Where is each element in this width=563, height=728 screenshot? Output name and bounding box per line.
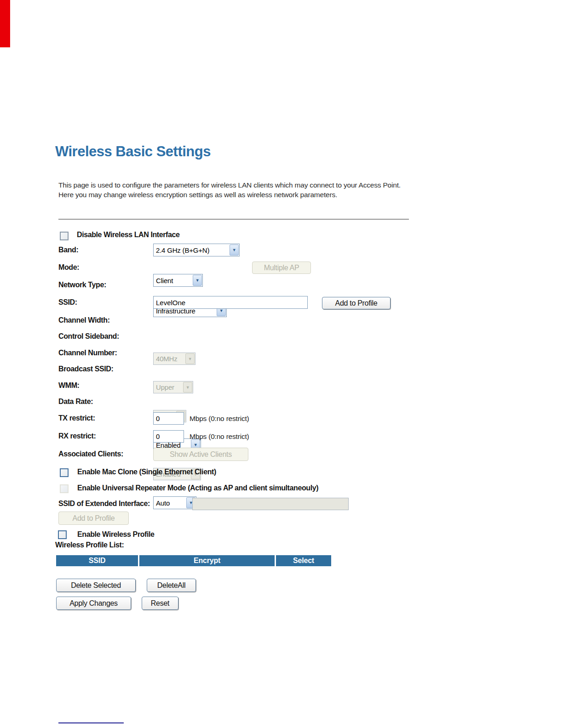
wmm-label: WMM: [58,381,80,390]
data-rate-select[interactable]: Auto ▼ [153,496,196,509]
footer-link-underline [58,722,124,723]
control-sideband-label: Control Sideband: [58,332,119,341]
chevron-down-icon: ▼ [185,353,195,364]
rx-restrict-label: RX restrict: [58,432,96,440]
column-header-encrypt: Encrypt [139,555,275,566]
universal-repeater-label: Enable Universal Repeater Mode (Acting a… [77,484,318,492]
chevron-down-icon: ▼ [183,382,192,392]
multiple-ap-button: Multiple AP [252,262,311,274]
network-type-label: Network Type: [58,281,106,289]
reset-button[interactable]: Reset [142,597,178,610]
extended-ssid-input [192,498,349,510]
show-active-clients-button: Show Active Clients [153,448,248,461]
band-select[interactable]: 2.4 GHz (B+G+N) ▼ [153,244,240,256]
apply-changes-button[interactable]: Apply Changes [56,597,131,610]
wireless-profile-list-label: Wireless Profile List: [55,541,124,549]
channel-width-label: Channel Width: [58,316,110,324]
red-corner-strip [0,0,10,47]
data-rate-label: Data Rate: [58,398,93,406]
page-description: This page is used to configure the param… [58,180,403,199]
add-to-profile-extended-button: Add to Profile [58,512,129,525]
broadcast-ssid-label: Broadcast SSID: [58,365,113,373]
chevron-down-icon[interactable]: ▼ [230,245,239,256]
page-title: Wireless Basic Settings [55,143,211,160]
column-header-ssid: SSID [56,555,138,566]
wireless-profile-label: Enable Wireless Profile [77,530,155,539]
mac-clone-checkbox[interactable] [60,468,69,477]
wireless-profile-checkbox[interactable] [58,530,67,539]
mac-clone-label: Enable Mac Clone (Single Ethernet Client… [77,468,216,476]
tx-restrict-suffix: Mbps (0:no restrict) [190,415,249,423]
universal-repeater-checkbox [60,484,69,493]
delete-selected-button[interactable]: Delete Selected [56,579,136,592]
ssid-label: SSID: [58,298,77,307]
rx-restrict-suffix: Mbps (0:no restrict) [190,432,249,441]
mode-select[interactable]: Client ▼ [153,274,203,287]
chevron-down-icon[interactable]: ▼ [193,275,202,286]
disable-wlan-checkbox[interactable] [60,232,69,240]
disable-wlan-label: Disable Wireless LAN Interface [77,231,180,239]
data-rate-value: Auto [156,499,170,507]
associated-clients-label: Associated Clients: [58,450,123,458]
tx-restrict-label: TX restrict: [58,414,95,422]
control-sideband-select: Upper ▼ [153,381,193,393]
divider [58,219,409,220]
mode-value: Client [156,277,173,284]
channel-width-select: 40MHz ▼ [153,353,195,365]
band-value: 2.4 GHz (B+G+N) [156,246,209,254]
tx-restrict-input[interactable] [153,412,184,425]
wireless-profile-table: SSID Encrypt Select [56,555,331,566]
column-header-select: Select [276,555,331,566]
ssid-input[interactable] [153,296,308,309]
extended-ssid-label: SSID of Extended Interface: [58,500,150,508]
channel-number-label: Channel Number: [58,349,117,357]
channel-width-value: 40MHz [156,355,178,363]
delete-all-button[interactable]: DeleteAll [147,579,196,592]
rx-restrict-input[interactable] [153,430,184,443]
band-label: Band: [58,246,78,254]
control-sideband-value: Upper [156,383,174,391]
mode-label: Mode: [58,263,79,272]
add-to-profile-button[interactable]: Add to Profile [322,297,391,309]
